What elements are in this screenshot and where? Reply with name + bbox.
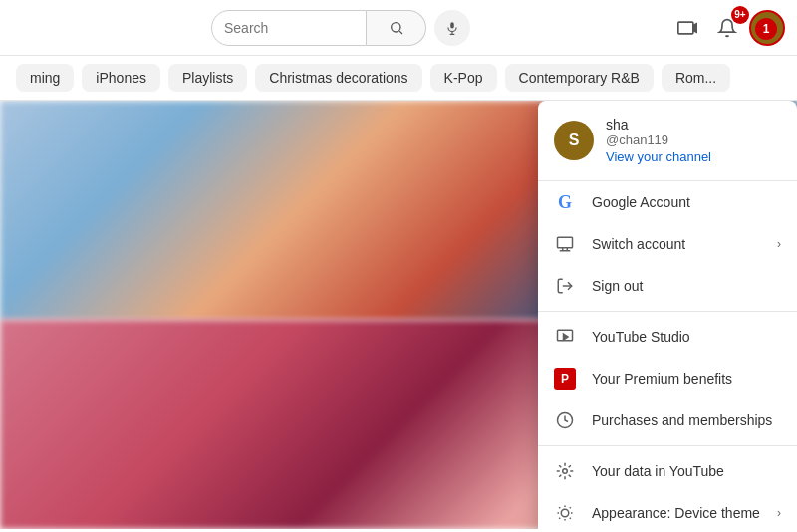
search-input[interactable] — [224, 20, 354, 36]
svg-rect-5 — [678, 22, 693, 34]
switch-account-label: Switch account — [592, 236, 761, 252]
main-content: S sha @chan119 View your channel G Googl… — [0, 101, 797, 529]
chip-contemporary[interactable]: Contemporary R&B — [505, 64, 654, 92]
dropdown-avatar: S — [554, 121, 594, 160]
create-icon — [677, 18, 697, 38]
menu-item-sign-out[interactable]: Sign out — [538, 265, 797, 307]
premium-label: Your Premium benefits — [592, 371, 781, 387]
view-channel-link[interactable]: View your channel — [606, 149, 711, 164]
header: 9+ S 1 — [0, 0, 797, 56]
youtube-studio-icon — [554, 326, 576, 348]
svg-point-0 — [391, 22, 399, 31]
search-bar — [211, 10, 470, 46]
dropdown-menu: S sha @chan119 View your channel G Googl… — [538, 101, 797, 529]
chips-row: ming iPhones Playlists Christmas decorat… — [0, 56, 797, 101]
mic-icon — [445, 21, 459, 35]
svg-point-11 — [563, 469, 568, 474]
menu-item-data[interactable]: Your data in YouTube — [538, 450, 797, 492]
google-icon: G — [554, 191, 576, 213]
svg-marker-6 — [693, 23, 696, 31]
profile-info: sha @chan119 View your channel — [606, 117, 711, 164]
menu-item-youtube-studio[interactable]: YouTube Studio — [538, 316, 797, 358]
data-icon — [554, 460, 576, 482]
purchases-label: Purchases and memberships — [592, 412, 781, 428]
dropdown-profile: S sha @chan119 View your channel — [538, 101, 797, 181]
divider-2 — [538, 445, 797, 446]
sign-out-label: Sign out — [592, 278, 781, 294]
divider-1 — [538, 311, 797, 312]
appearance-label: Appearance: Device theme — [592, 505, 761, 521]
svg-line-1 — [399, 31, 402, 34]
premium-icon: P — [554, 368, 576, 390]
search-icon — [389, 20, 404, 36]
menu-item-appearance[interactable]: Appearance: Device theme › — [538, 492, 797, 529]
notification-badge: 9+ — [731, 6, 749, 24]
create-button[interactable] — [669, 10, 705, 46]
annotation-1: 1 — [755, 18, 777, 40]
google-account-label: Google Account — [592, 194, 781, 210]
profile-name: sha — [606, 117, 711, 133]
svg-point-12 — [561, 509, 569, 517]
svg-rect-7 — [558, 237, 573, 248]
header-right: 9+ S 1 — [669, 10, 785, 46]
chip-kpop[interactable]: K-Pop — [430, 64, 497, 92]
chip-rom[interactable]: Rom... — [662, 64, 730, 92]
mic-button[interactable] — [434, 10, 470, 46]
data-label: Your data in YouTube — [592, 463, 781, 479]
menu-item-purchases[interactable]: Purchases and memberships — [538, 399, 797, 441]
search-button[interactable] — [367, 10, 426, 46]
svg-rect-2 — [450, 22, 454, 28]
purchases-icon — [554, 409, 576, 431]
appearance-icon — [554, 502, 576, 524]
sign-out-icon — [554, 275, 576, 297]
menu-item-google-account[interactable]: G Google Account — [538, 181, 797, 223]
chip-christmas[interactable]: Christmas decorations — [255, 64, 421, 92]
menu-item-switch-account[interactable]: Switch account › — [538, 223, 797, 265]
appearance-arrow: › — [777, 506, 781, 520]
profile-handle: @chan119 — [606, 133, 711, 147]
notifications-button[interactable]: 9+ — [709, 10, 745, 46]
menu-item-premium[interactable]: P Your Premium benefits — [538, 358, 797, 399]
search-input-wrapper — [211, 10, 367, 46]
switch-account-icon — [554, 233, 576, 255]
chip-iphones[interactable]: iPhones — [82, 64, 160, 92]
chip-ming[interactable]: ming — [16, 64, 74, 92]
chip-playlists[interactable]: Playlists — [168, 64, 247, 92]
youtube-studio-label: YouTube Studio — [592, 329, 781, 345]
switch-account-arrow: › — [777, 237, 781, 251]
